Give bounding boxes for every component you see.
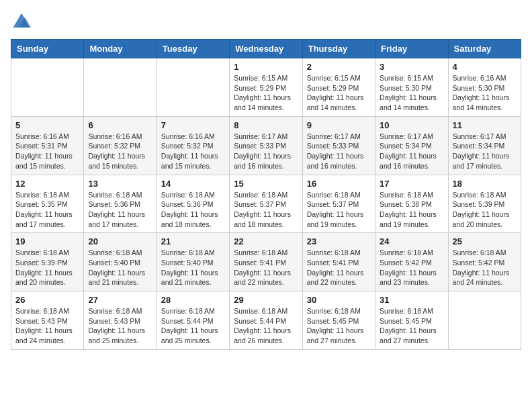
day-info: Sunrise: 6:18 AM Sunset: 5:45 PM Dayligh…: [380, 306, 443, 346]
day-info: Sunrise: 6:18 AM Sunset: 5:41 PM Dayligh…: [307, 248, 371, 287]
calendar-cell: 26Sunrise: 6:18 AM Sunset: 5:43 PM Dayli…: [11, 291, 84, 350]
day-number: 1: [234, 62, 298, 72]
day-number: 31: [380, 295, 443, 305]
day-number: 23: [307, 236, 371, 246]
calendar-cell: 1Sunrise: 6:15 AM Sunset: 5:29 PM Daylig…: [230, 58, 302, 117]
day-number: 14: [161, 179, 225, 189]
day-info: Sunrise: 6:17 AM Sunset: 5:33 PM Dayligh…: [307, 132, 371, 171]
day-info: Sunrise: 6:18 AM Sunset: 5:41 PM Dayligh…: [234, 248, 298, 287]
calendar-cell: 3Sunrise: 6:15 AM Sunset: 5:30 PM Daylig…: [375, 58, 448, 117]
day-number: 29: [234, 295, 298, 305]
calendar-cell: 8Sunrise: 6:17 AM Sunset: 5:33 PM Daylig…: [230, 116, 302, 175]
day-number: 27: [88, 295, 152, 305]
day-number: 4: [453, 62, 517, 72]
day-number: 2: [307, 62, 371, 72]
day-number: 6: [88, 120, 152, 130]
weekday-header: Saturday: [448, 40, 521, 58]
day-info: Sunrise: 6:18 AM Sunset: 5:43 PM Dayligh…: [15, 306, 79, 346]
day-number: 3: [380, 62, 443, 72]
day-info: Sunrise: 6:16 AM Sunset: 5:32 PM Dayligh…: [88, 132, 152, 171]
calendar-table: SundayMondayTuesdayWednesdayThursdayFrid…: [11, 39, 521, 350]
page-header: [11, 11, 521, 32]
weekday-header: Monday: [84, 40, 157, 58]
day-info: Sunrise: 6:18 AM Sunset: 5:44 PM Dayligh…: [234, 306, 298, 346]
weekday-header: Friday: [375, 40, 448, 58]
calendar-cell: 9Sunrise: 6:17 AM Sunset: 5:33 PM Daylig…: [302, 116, 375, 175]
day-info: Sunrise: 6:18 AM Sunset: 5:36 PM Dayligh…: [88, 190, 152, 230]
calendar-cell: 25Sunrise: 6:18 AM Sunset: 5:42 PM Dayli…: [448, 233, 521, 291]
weekday-header: Tuesday: [157, 40, 229, 58]
calendar-cell: 14Sunrise: 6:18 AM Sunset: 5:36 PM Dayli…: [157, 175, 229, 233]
calendar-cell: 22Sunrise: 6:18 AM Sunset: 5:41 PM Dayli…: [230, 233, 302, 291]
day-info: Sunrise: 6:18 AM Sunset: 5:42 PM Dayligh…: [453, 248, 517, 287]
calendar-cell: 30Sunrise: 6:18 AM Sunset: 5:45 PM Dayli…: [302, 291, 375, 350]
day-info: Sunrise: 6:16 AM Sunset: 5:30 PM Dayligh…: [453, 73, 517, 113]
weekday-header: Wednesday: [230, 40, 302, 58]
day-number: 15: [234, 179, 298, 189]
calendar-cell: [448, 291, 521, 350]
day-number: 10: [380, 120, 443, 130]
day-number: 24: [380, 236, 443, 246]
day-number: 21: [161, 236, 225, 246]
day-info: Sunrise: 6:18 AM Sunset: 5:39 PM Dayligh…: [15, 248, 79, 287]
day-info: Sunrise: 6:17 AM Sunset: 5:33 PM Dayligh…: [234, 132, 298, 171]
day-number: 20: [88, 236, 152, 246]
day-info: Sunrise: 6:18 AM Sunset: 5:45 PM Dayligh…: [307, 306, 371, 346]
day-info: Sunrise: 6:15 AM Sunset: 5:29 PM Dayligh…: [234, 73, 298, 113]
day-number: 17: [380, 179, 443, 189]
day-info: Sunrise: 6:17 AM Sunset: 5:34 PM Dayligh…: [380, 132, 443, 171]
calendar-cell: 6Sunrise: 6:16 AM Sunset: 5:32 PM Daylig…: [84, 116, 157, 175]
day-number: 9: [307, 120, 371, 130]
calendar-cell: 11Sunrise: 6:17 AM Sunset: 5:34 PM Dayli…: [448, 116, 521, 175]
day-info: Sunrise: 6:18 AM Sunset: 5:38 PM Dayligh…: [380, 190, 443, 230]
day-info: Sunrise: 6:18 AM Sunset: 5:43 PM Dayligh…: [88, 306, 152, 346]
day-number: 8: [234, 120, 298, 130]
logo: [11, 11, 35, 32]
day-info: Sunrise: 6:16 AM Sunset: 5:31 PM Dayligh…: [15, 132, 79, 171]
day-info: Sunrise: 6:18 AM Sunset: 5:42 PM Dayligh…: [380, 248, 443, 287]
day-info: Sunrise: 6:15 AM Sunset: 5:30 PM Dayligh…: [380, 73, 443, 113]
calendar-cell: 10Sunrise: 6:17 AM Sunset: 5:34 PM Dayli…: [375, 116, 448, 175]
calendar-cell: 7Sunrise: 6:16 AM Sunset: 5:32 PM Daylig…: [157, 116, 229, 175]
day-info: Sunrise: 6:18 AM Sunset: 5:37 PM Dayligh…: [234, 190, 298, 230]
calendar-cell: 18Sunrise: 6:18 AM Sunset: 5:39 PM Dayli…: [448, 175, 521, 233]
calendar-cell: 13Sunrise: 6:18 AM Sunset: 5:36 PM Dayli…: [84, 175, 157, 233]
day-number: 26: [15, 295, 79, 305]
calendar-cell: 31Sunrise: 6:18 AM Sunset: 5:45 PM Dayli…: [375, 291, 448, 350]
day-info: Sunrise: 6:17 AM Sunset: 5:34 PM Dayligh…: [453, 132, 517, 171]
calendar-cell: 28Sunrise: 6:18 AM Sunset: 5:44 PM Dayli…: [157, 291, 229, 350]
day-number: 5: [15, 120, 79, 130]
day-number: 13: [88, 179, 152, 189]
calendar-cell: 2Sunrise: 6:15 AM Sunset: 5:29 PM Daylig…: [302, 58, 375, 117]
day-number: 12: [15, 179, 79, 189]
calendar-cell: 5Sunrise: 6:16 AM Sunset: 5:31 PM Daylig…: [11, 116, 84, 175]
calendar-cell: 19Sunrise: 6:18 AM Sunset: 5:39 PM Dayli…: [11, 233, 84, 291]
calendar-cell: 20Sunrise: 6:18 AM Sunset: 5:40 PM Dayli…: [84, 233, 157, 291]
day-info: Sunrise: 6:18 AM Sunset: 5:35 PM Dayligh…: [15, 190, 79, 230]
weekday-header: Thursday: [302, 40, 375, 58]
day-info: Sunrise: 6:15 AM Sunset: 5:29 PM Dayligh…: [307, 73, 371, 113]
day-info: Sunrise: 6:18 AM Sunset: 5:40 PM Dayligh…: [88, 248, 152, 287]
logo-icon: [11, 11, 32, 32]
calendar-cell: [157, 58, 229, 117]
day-info: Sunrise: 6:16 AM Sunset: 5:32 PM Dayligh…: [161, 132, 225, 171]
day-number: 30: [307, 295, 371, 305]
day-info: Sunrise: 6:18 AM Sunset: 5:36 PM Dayligh…: [161, 190, 225, 230]
calendar-cell: 21Sunrise: 6:18 AM Sunset: 5:40 PM Dayli…: [157, 233, 229, 291]
day-number: 25: [453, 236, 517, 246]
calendar-cell: 16Sunrise: 6:18 AM Sunset: 5:37 PM Dayli…: [302, 175, 375, 233]
calendar-cell: 17Sunrise: 6:18 AM Sunset: 5:38 PM Dayli…: [375, 175, 448, 233]
calendar-cell: 23Sunrise: 6:18 AM Sunset: 5:41 PM Dayli…: [302, 233, 375, 291]
calendar-cell: 15Sunrise: 6:18 AM Sunset: 5:37 PM Dayli…: [230, 175, 302, 233]
calendar-cell: 27Sunrise: 6:18 AM Sunset: 5:43 PM Dayli…: [84, 291, 157, 350]
day-info: Sunrise: 6:18 AM Sunset: 5:44 PM Dayligh…: [161, 306, 225, 346]
day-number: 7: [161, 120, 225, 130]
day-number: 11: [453, 120, 517, 130]
calendar-cell: 4Sunrise: 6:16 AM Sunset: 5:30 PM Daylig…: [448, 58, 521, 117]
day-number: 28: [161, 295, 225, 305]
day-info: Sunrise: 6:18 AM Sunset: 5:40 PM Dayligh…: [161, 248, 225, 287]
day-number: 18: [453, 179, 517, 189]
calendar-cell: 24Sunrise: 6:18 AM Sunset: 5:42 PM Dayli…: [375, 233, 448, 291]
day-number: 22: [234, 236, 298, 246]
day-info: Sunrise: 6:18 AM Sunset: 5:37 PM Dayligh…: [307, 190, 371, 230]
